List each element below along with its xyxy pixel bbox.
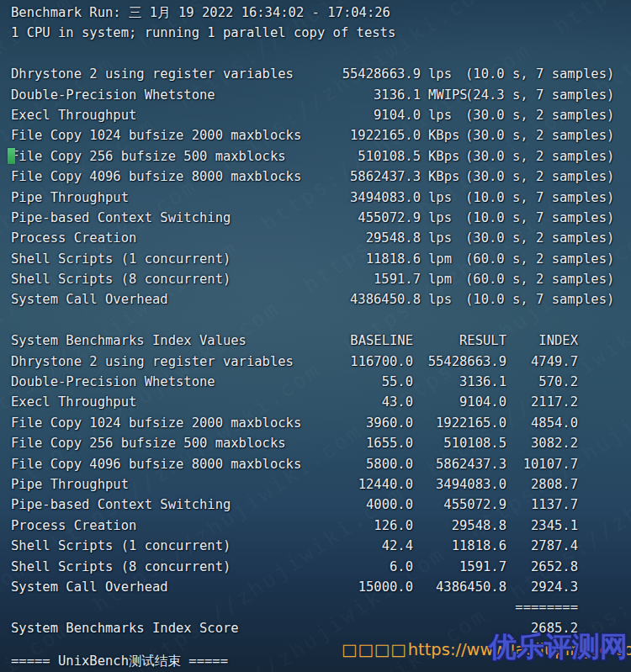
benchmark-sample-info: (60.0 s, 2 samples) <box>465 269 631 289</box>
benchmark-name: Pipe-based Context Switching <box>11 208 290 228</box>
site-watermark: 优乐评测网 <box>489 630 628 664</box>
baseline-value: 3960.0 <box>331 413 413 433</box>
benchmark-unit: lps <box>421 228 465 248</box>
cpu-info-line: 1 CPU in system; running 1 parallel copy… <box>11 23 631 43</box>
index-row: Double-Precision Whetstone 55.0 3136.1 5… <box>11 372 631 392</box>
index-row: Process Creation 126.0 29548.8 2345.1 <box>11 516 631 536</box>
result-value: 55428663.9 <box>413 352 506 372</box>
benchmark-sample-info: (10.0 s, 7 samples) <box>465 64 631 84</box>
index-value: 4749.7 <box>506 352 578 372</box>
benchmark-unit: lpm <box>421 269 465 289</box>
result-row: File Copy 4096 bufsize 8000 maxblocks 58… <box>11 167 631 187</box>
benchmark-name: Process Creation <box>11 516 331 536</box>
baseline-value: 6.0 <box>331 557 413 577</box>
result-row: Double-Precision Whetstone 3136.1 MWIPS … <box>11 85 631 105</box>
result-row: Pipe Throughput 3494083.0 lps (10.0 s, 7… <box>11 188 631 208</box>
text-cursor <box>8 148 15 164</box>
index-table-title: System Benchmarks Index Values <box>11 331 331 351</box>
benchmark-name-text: Pipe-based Context Switching <box>11 210 231 225</box>
benchmark-sample-info: (30.0 s, 2 samples) <box>465 125 631 146</box>
result-value: 510108.5 <box>413 433 506 453</box>
baseline-value: 42.4 <box>331 536 413 556</box>
benchmark-name: System Call Overhead <box>11 289 290 310</box>
baseline-value: 4000.0 <box>331 495 413 515</box>
baseline-value: 5800.0 <box>331 454 413 474</box>
result-value: 11818.6 <box>413 536 506 556</box>
benchmark-unit: lps <box>421 208 465 228</box>
benchmark-name-text: Shell Scripts (1 concurrent) <box>11 251 231 267</box>
score-label: System Benchmarks Index Score <box>11 618 331 638</box>
index-row: Shell Scripts (8 concurrent) 6.0 1591.7 … <box>11 557 631 577</box>
benchmark-value: 9104.0 <box>290 105 421 125</box>
index-table: Dhrystone 2 using register variables 116… <box>11 352 631 598</box>
benchmark-value: 11818.6 <box>290 249 421 269</box>
index-table-header: System Benchmarks Index Values BASELINE … <box>11 331 631 351</box>
benchmark-sample-info: (30.0 s, 2 samples) <box>465 167 631 187</box>
result-value: 3136.1 <box>413 372 506 392</box>
benchmark-value: 29548.8 <box>290 228 421 248</box>
benchmark-name: File Copy 1024 bufsize 2000 maxblocks <box>11 413 331 433</box>
benchmark-name-text: Process Creation <box>11 230 136 246</box>
benchmark-name-text: File Copy 4096 bufsize 8000 maxblocks <box>11 169 301 184</box>
result-row: System Call Overhead 4386450.8 lps (10.0… <box>11 289 631 310</box>
benchmark-unit: MWIPS <box>421 85 465 105</box>
column-header-baseline: BASELINE <box>331 331 413 351</box>
benchmark-name: Double-Precision Whetstone <box>11 372 331 392</box>
benchmark-name: Shell Scripts (1 concurrent) <box>11 536 331 556</box>
index-value: 2787.4 <box>506 536 578 556</box>
benchmark-value: 3136.1 <box>290 85 421 105</box>
benchmark-name: File Copy 4096 bufsize 8000 maxblocks <box>11 454 331 474</box>
result-row: Process Creation 29548.8 lps (30.0 s, 2 … <box>11 228 631 248</box>
results-table: Dhrystone 2 using register variables 554… <box>11 64 631 310</box>
result-value: 1922165.0 <box>413 413 506 433</box>
index-value: 1137.7 <box>506 495 578 515</box>
baseline-value: 126.0 <box>331 516 413 536</box>
benchmark-name: Execl Throughput <box>11 105 290 125</box>
benchmark-unit: lps <box>421 64 465 84</box>
benchmark-name-text: System Call Overhead <box>11 292 168 307</box>
benchmark-sample-info: (30.0 s, 2 samples) <box>465 146 631 167</box>
benchmark-name: Double-Precision Whetstone <box>11 85 290 105</box>
result-value: 29548.8 <box>413 516 506 536</box>
benchmark-value: 3494083.0 <box>290 188 421 208</box>
benchmark-value: 510108.5 <box>290 146 421 167</box>
benchmark-sample-info: (10.0 s, 7 samples) <box>465 208 631 228</box>
benchmark-sample-info: (10.0 s, 7 samples) <box>465 188 631 208</box>
result-row: Shell Scripts (8 concurrent) 1591.7 lpm … <box>11 269 631 289</box>
result-row: Pipe-based Context Switching 455072.9 lp… <box>11 208 631 228</box>
index-value: 3082.2 <box>506 433 578 453</box>
index-row: File Copy 1024 bufsize 2000 maxblocks 39… <box>11 413 631 433</box>
benchmark-name-text: Execl Throughput <box>11 108 136 123</box>
index-value: 10107.7 <box>506 454 578 474</box>
score-separator: ======== <box>506 597 578 617</box>
benchmark-name: Execl Throughput <box>11 392 331 412</box>
benchmark-unit: lps <box>421 289 465 310</box>
index-row: File Copy 256 bufsize 500 maxblocks 1655… <box>11 433 631 453</box>
baseline-value: 116700.0 <box>331 352 413 372</box>
benchmark-sample-info: (30.0 s, 2 samples) <box>465 228 631 248</box>
tofu-boxes: □□□□ <box>342 640 407 659</box>
index-row: Execl Throughput 43.0 9104.0 2117.2 <box>11 392 631 412</box>
benchmark-value: 1591.7 <box>290 269 421 289</box>
index-value: 2345.1 <box>506 516 578 536</box>
index-value: 570.2 <box>506 372 578 392</box>
benchmark-unit: KBps <box>421 146 465 167</box>
benchmark-name: File Copy 4096 bufsize 8000 maxblocks <box>11 167 290 187</box>
benchmark-sample-info: (10.0 s, 7 samples) <box>465 289 631 310</box>
benchmark-value: 55428663.9 <box>290 64 421 84</box>
column-header-index: INDEX <box>506 331 578 351</box>
result-row: Dhrystone 2 using register variables 554… <box>11 64 631 84</box>
benchmark-unit: KBps <box>421 167 465 187</box>
benchmark-name-text: File Copy 256 bufsize 500 maxblocks <box>11 149 286 164</box>
result-value: 1591.7 <box>413 557 506 577</box>
benchmark-value: 5862437.3 <box>290 167 421 187</box>
index-row: File Copy 4096 bufsize 8000 maxblocks 58… <box>11 454 631 474</box>
index-value: 2117.2 <box>506 392 578 412</box>
benchmark-name-text: Dhrystone 2 using register variables <box>11 66 294 82</box>
baseline-value: 55.0 <box>331 372 413 392</box>
result-row: Shell Scripts (1 concurrent) 11818.6 lpm… <box>11 249 631 269</box>
result-row: Execl Throughput 9104.0 lps (30.0 s, 2 s… <box>11 105 631 125</box>
benchmark-name: Pipe Throughput <box>11 474 331 495</box>
benchmark-name: Dhrystone 2 using register variables <box>11 352 331 372</box>
benchmark-name-text: File Copy 1024 bufsize 2000 maxblocks <box>11 128 301 143</box>
